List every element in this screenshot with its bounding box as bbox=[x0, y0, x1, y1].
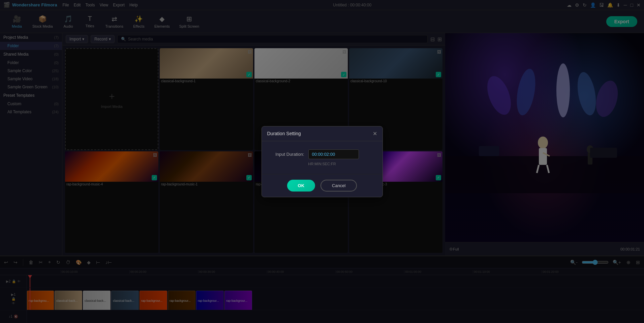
dialog-input-label: Input Duration: bbox=[267, 152, 304, 157]
duration-input[interactable] bbox=[308, 149, 359, 159]
dialog-cancel-button[interactable]: Cancel bbox=[320, 180, 357, 192]
dialog-body: Input Duration: HR:MIN:SEC:FR bbox=[262, 141, 382, 174]
dialog-overlay: Duration Setting ✕ Input Duration: HR:MI… bbox=[0, 0, 644, 323]
duration-dialog: Duration Setting ✕ Input Duration: HR:MI… bbox=[262, 126, 383, 197]
dialog-ok-button[interactable]: OK bbox=[287, 180, 315, 192]
dialog-close-button[interactable]: ✕ bbox=[373, 130, 377, 137]
dialog-header: Duration Setting ✕ bbox=[262, 126, 382, 141]
dialog-title: Duration Setting bbox=[267, 131, 301, 136]
dialog-hint: HR:MIN:SEC:FR bbox=[267, 162, 377, 166]
dialog-footer: OK Cancel bbox=[262, 174, 382, 197]
dialog-input-row: Input Duration: bbox=[267, 149, 377, 159]
